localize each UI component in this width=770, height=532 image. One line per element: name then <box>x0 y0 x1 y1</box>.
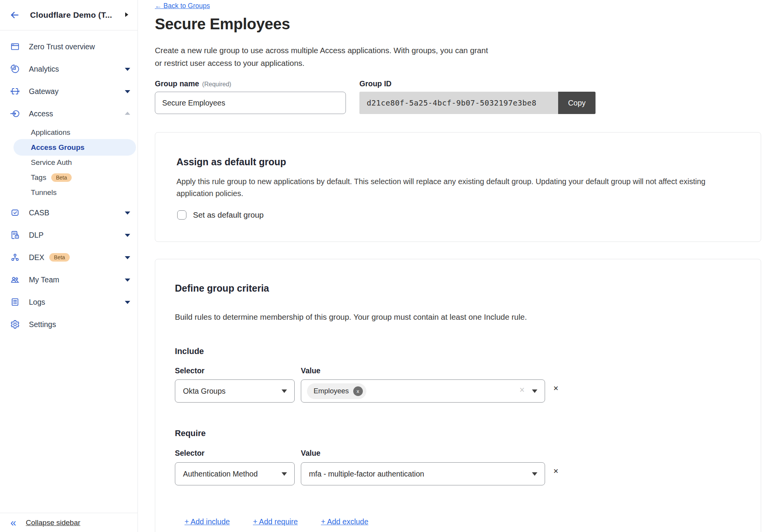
chevron-down-icon <box>125 211 130 215</box>
set-default-checkbox[interactable] <box>177 210 186 220</box>
sidebar-item-tunnels[interactable]: Tunnels <box>0 185 138 200</box>
group-id-label: Group ID <box>359 79 391 88</box>
employees-chip: Employees x <box>307 383 366 399</box>
sidebar-item-casb[interactable]: CASB <box>0 201 138 224</box>
require-value-label: Value <box>301 449 320 458</box>
sidebar-item-label: Access <box>29 109 53 118</box>
beta-badge: Beta <box>51 173 72 182</box>
sub-item-label: Tags <box>31 173 46 182</box>
page-description-line1: Create a new rule group to use across mu… <box>155 44 488 57</box>
back-arrow-icon[interactable] <box>10 10 20 20</box>
copy-button[interactable]: Copy <box>558 92 596 114</box>
sidebar-item-label: DLP <box>29 231 44 240</box>
chevron-down-icon <box>125 256 130 259</box>
list-document-icon <box>10 297 20 307</box>
add-require-link[interactable]: + Add require <box>253 517 298 526</box>
sidebar-item-dlp[interactable]: DLP <box>0 224 138 246</box>
chevron-down-icon <box>532 472 537 476</box>
people-icon <box>10 275 20 285</box>
sidebar: Cloudflare Demo (T... Zero Trust overvie… <box>0 0 138 532</box>
sidebar-item-label: DEX <box>29 253 44 262</box>
criteria-card-title: Define group criteria <box>175 283 269 294</box>
sidebar-footer: « Collapse sidebar <box>0 513 138 532</box>
sidebar-item-my-team[interactable]: My Team <box>0 269 138 291</box>
require-value-dropdown[interactable]: mfa - multiple-factor authentication <box>301 462 545 485</box>
sidebar-item-zero-trust-overview[interactable]: Zero Trust overview <box>0 35 138 58</box>
remove-include-rule-icon[interactable]: ✕ <box>553 384 559 393</box>
add-include-link[interactable]: + Add include <box>185 517 230 526</box>
criteria-card: Define group criteria Build rules to det… <box>155 259 761 532</box>
require-selector-label: Selector <box>175 449 205 458</box>
set-default-label: Set as default group <box>193 210 264 220</box>
include-value-combobox[interactable]: Employees x × <box>301 379 545 403</box>
add-rule-links: + Add include + Add require + Add exclud… <box>185 517 391 526</box>
browser-window-icon <box>10 42 20 52</box>
default-card-title: Assign as default group <box>176 156 286 168</box>
sidebar-item-label: Zero Trust overview <box>29 42 95 51</box>
include-selector-label: Selector <box>175 366 205 375</box>
add-exclude-link[interactable]: + Add exclude <box>321 517 368 526</box>
pie-chart-icon <box>10 64 20 74</box>
network-nodes-icon <box>10 252 20 262</box>
chevron-down-icon <box>282 389 287 393</box>
account-expand-icon[interactable] <box>125 12 128 17</box>
sidebar-item-access[interactable]: Access <box>0 102 138 125</box>
access-subnav: Applications Access Groups Service Auth … <box>0 125 138 200</box>
sidebar-item-applications[interactable]: Applications <box>0 125 138 140</box>
sidebar-item-access-groups[interactable]: Access Groups <box>0 140 138 155</box>
group-name-label: Group name(Required) <box>155 79 231 88</box>
default-group-card: Assign as default group Apply this rule … <box>155 132 761 242</box>
document-lock-icon <box>10 230 20 240</box>
sidebar-item-service-auth[interactable]: Service Auth <box>0 155 138 170</box>
sidebar-header: Cloudflare Demo (T... <box>0 0 138 30</box>
include-heading: Include <box>175 347 204 356</box>
require-heading: Require <box>175 429 206 438</box>
sidebar-item-analytics[interactable]: Analytics <box>0 58 138 80</box>
chevron-down-icon <box>125 90 130 93</box>
include-selector-dropdown[interactable]: Okta Groups <box>175 379 295 403</box>
chevron-down-icon <box>532 389 537 393</box>
include-value-label: Value <box>301 366 320 375</box>
beta-badge: Beta <box>49 253 70 262</box>
sidebar-item-label: My Team <box>29 275 59 284</box>
page-title: Secure Employees <box>155 15 290 33</box>
sidebar-item-label: Logs <box>29 298 45 307</box>
sidebar-item-label: Gateway <box>29 87 59 96</box>
page-description-line2: or restrict user access to your applicat… <box>155 57 488 69</box>
criteria-card-body: Build rules to determine membership of t… <box>175 312 527 322</box>
sidebar-item-gateway[interactable]: Gateway <box>0 80 138 102</box>
sub-item-label: Applications <box>31 128 70 137</box>
collapse-sidebar-button[interactable]: Collapse sidebar <box>26 519 81 527</box>
sub-item-label: Service Auth <box>31 158 72 167</box>
gateway-icon <box>10 86 20 96</box>
sub-item-label: Tunnels <box>31 188 57 197</box>
chevron-down-icon <box>282 472 287 476</box>
collapse-chevrons-icon[interactable]: « <box>10 519 16 527</box>
sidebar-nav: Zero Trust overview Analytics Gateway <box>0 35 138 336</box>
sidebar-item-settings[interactable]: Settings <box>0 313 138 336</box>
chevron-down-icon <box>125 279 130 282</box>
default-card-body: Apply this rule group to new application… <box>176 176 705 199</box>
remove-require-rule-icon[interactable]: ✕ <box>553 467 559 475</box>
sidebar-item-logs[interactable]: Logs <box>0 291 138 313</box>
group-id-value: d21ce80f-5a25-4bcf-9b07-5032197e3be8 <box>359 92 558 114</box>
sidebar-item-label: CASB <box>29 208 49 217</box>
require-selector-dropdown[interactable]: Authentication Method <box>175 462 295 485</box>
group-name-input[interactable] <box>155 92 346 114</box>
account-name: Cloudflare Demo (T... <box>30 10 112 20</box>
chip-remove-icon[interactable]: x <box>353 386 363 396</box>
page-description: Create a new rule group to use across mu… <box>155 44 488 69</box>
sidebar-item-dex[interactable]: DEX Beta <box>0 246 138 269</box>
sidebar-item-label: Analytics <box>29 65 59 74</box>
sidebar-item-label: Settings <box>29 320 56 329</box>
back-to-groups-link[interactable]: ← Back to Groups <box>155 2 210 10</box>
chevron-down-icon <box>125 234 130 237</box>
default-checkbox-row: Set as default group <box>177 210 264 220</box>
chevron-down-icon <box>125 68 130 71</box>
clear-values-icon[interactable]: × <box>520 386 525 394</box>
sidebar-item-tags[interactable]: Tags Beta <box>0 170 138 185</box>
sub-item-label: Access Groups <box>31 143 84 152</box>
zero-trust-dashboard: Cloudflare Demo (T... Zero Trust overvie… <box>0 0 770 532</box>
chevron-up-icon <box>125 112 130 115</box>
login-arrow-icon <box>10 109 20 119</box>
